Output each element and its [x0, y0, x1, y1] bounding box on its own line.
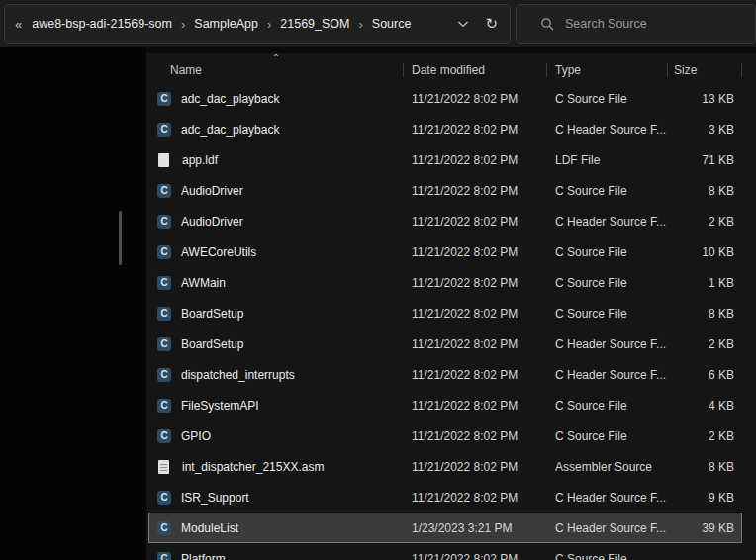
file-date-modified: 11/21/2022 8:02 PM: [404, 337, 547, 351]
file-type: C Header Source F...: [547, 337, 668, 351]
file-type: LDF File: [547, 153, 668, 167]
file-name: adc_dac_playback: [181, 92, 279, 106]
file-type: C Header Source F...: [547, 215, 668, 229]
c-source-file-icon: C: [157, 92, 171, 106]
assembler-file-icon: [158, 460, 169, 474]
c-header-file-icon: C: [157, 337, 171, 351]
breadcrumb-chevron-icon[interactable]: ›: [260, 17, 278, 32]
file-type: C Source File: [547, 245, 668, 259]
breadcrumb-item[interactable]: awe8-bsp-adi-21569-som: [30, 14, 174, 34]
file-type: C Source File: [547, 429, 668, 443]
breadcrumb-item[interactable]: 21569_SOM: [278, 14, 351, 34]
column-header-row: ⌃ Name Date modified Type Size: [148, 57, 742, 83]
file-row[interactable]: CGPIO11/21/2022 8:02 PMC Source File2 KB: [148, 420, 742, 451]
file-size: 9 KB: [668, 491, 742, 505]
file-name: AudioDriver: [181, 215, 243, 229]
file-name-cell: CGPIO: [148, 429, 404, 443]
file-size: 8 KB: [668, 307, 742, 321]
file-row[interactable]: app.ldf11/21/2022 8:02 PMLDF File71 KB: [148, 144, 742, 175]
file-row[interactable]: CAudioDriver11/21/2022 8:02 PMC Source F…: [148, 175, 742, 206]
file-row[interactable]: CBoardSetup11/21/2022 8:02 PMC Header So…: [148, 328, 742, 359]
file-size: 8 KB: [668, 460, 742, 474]
file-date-modified: 11/21/2022 8:02 PM: [404, 552, 547, 560]
address-dropdown-chevron-icon[interactable]: [457, 21, 469, 28]
file-date-modified: 11/21/2022 8:02 PM: [404, 429, 547, 443]
file-type: C Source File: [547, 276, 668, 290]
file-list: Cadc_dac_playback11/21/2022 8:02 PMC Sou…: [148, 83, 742, 560]
file-name-cell: CModuleList: [148, 521, 404, 535]
file-row[interactable]: int_dispatcher_215XX.asm11/21/2022 8:02 …: [148, 451, 742, 482]
file-name-cell: app.ldf: [148, 153, 404, 167]
file-type: C Source File: [547, 399, 668, 413]
breadcrumb-chevron-icon[interactable]: ›: [174, 17, 192, 32]
c-header-file-icon: C: [157, 368, 171, 382]
c-header-file-icon: C: [157, 215, 171, 229]
navigation-pane: [0, 47, 146, 560]
c-source-file-icon: C: [157, 276, 171, 290]
file-type: C Header Source F...: [547, 491, 668, 505]
file-date-modified: 1/23/2023 3:21 PM: [404, 521, 547, 535]
file-row[interactable]: CAWECoreUtils11/21/2022 8:02 PMC Source …: [148, 236, 742, 267]
breadcrumb-item[interactable]: Source: [370, 14, 414, 34]
search-input[interactable]: [563, 16, 721, 32]
file-date-modified: 11/21/2022 8:02 PM: [404, 307, 547, 321]
file-type: C Source File: [547, 92, 668, 106]
breadcrumb-collapse-icon[interactable]: «: [15, 17, 22, 32]
file-name: AudioDriver: [181, 184, 243, 198]
file-date-modified: 11/21/2022 8:02 PM: [404, 245, 547, 259]
file-name: GPIO: [181, 429, 211, 443]
file-type: C Header Source F...: [547, 368, 668, 382]
file-row[interactable]: CAudioDriver11/21/2022 8:02 PMC Header S…: [148, 206, 742, 236]
file-name-cell: CPlatform: [148, 552, 404, 560]
c-source-file-icon: C: [157, 429, 171, 443]
file-row[interactable]: CISR_Support11/21/2022 8:02 PMC Header S…: [148, 482, 742, 513]
toolbar: « awe8-bsp-adi-21569-som›SampleApp›21569…: [0, 0, 756, 47]
file-name-cell: CAWMain: [148, 276, 404, 290]
file-size: 4 KB: [668, 399, 742, 413]
sort-ascending-icon: ⌃: [272, 53, 280, 63]
file-row[interactable]: Cadc_dac_playback11/21/2022 8:02 PMC Hea…: [148, 114, 742, 144]
file-row[interactable]: Cadc_dac_playback11/21/2022 8:02 PMC Sou…: [148, 83, 742, 114]
breadcrumb-item[interactable]: SampleApp: [192, 14, 260, 34]
file-row[interactable]: CPlatform11/21/2022 8:02 PMC Source File: [148, 543, 742, 560]
column-header-size[interactable]: Size: [668, 57, 742, 83]
file-date-modified: 11/21/2022 8:02 PM: [404, 276, 547, 290]
file-row[interactable]: CAWMain11/21/2022 8:02 PMC Source File1 …: [148, 267, 742, 298]
file-size: 2 KB: [668, 337, 742, 351]
breadcrumb-chevron-icon[interactable]: ›: [351, 17, 369, 32]
file-size: 6 KB: [668, 368, 742, 382]
file-name: int_dispatcher_215XX.asm: [182, 460, 324, 474]
address-bar[interactable]: « awe8-bsp-adi-21569-som›SampleApp›21569…: [4, 4, 511, 44]
column-header-date-modified[interactable]: Date modified: [404, 57, 547, 83]
file-type: C Source File: [547, 552, 668, 560]
file-name-cell: Cadc_dac_playback: [148, 123, 404, 137]
ldf-file-icon: [158, 153, 169, 167]
file-name-cell: Cadc_dac_playback: [148, 92, 404, 106]
c-header-file-icon: C: [157, 521, 171, 535]
file-name-cell: Cdispatched_interrupts: [148, 368, 404, 382]
refresh-icon[interactable]: ↻: [485, 15, 498, 33]
column-header-name[interactable]: ⌃ Name: [148, 57, 404, 83]
file-name-cell: CFileSystemAPI: [148, 399, 404, 413]
file-date-modified: 11/21/2022 8:02 PM: [404, 399, 547, 413]
file-size: 2 KB: [668, 215, 742, 229]
file-name: Platform: [181, 552, 226, 560]
file-name: ModuleList: [181, 521, 238, 535]
nav-pane-scrollbar[interactable]: [119, 211, 122, 265]
search-box[interactable]: [516, 4, 756, 44]
file-row[interactable]: CBoardSetup11/21/2022 8:02 PMC Source Fi…: [148, 298, 742, 328]
file-date-modified: 11/21/2022 8:02 PM: [404, 184, 547, 198]
file-size: 3 KB: [668, 123, 742, 137]
file-row[interactable]: Cdispatched_interrupts11/21/2022 8:02 PM…: [148, 359, 742, 390]
file-name-cell: CBoardSetup: [148, 307, 404, 321]
file-name: dispatched_interrupts: [181, 368, 295, 382]
file-row[interactable]: CModuleList1/23/2023 3:21 PMC Header Sou…: [148, 513, 742, 543]
file-row[interactable]: CFileSystemAPI11/21/2022 8:02 PMC Source…: [148, 390, 742, 420]
file-name: app.ldf: [182, 153, 218, 167]
file-explorer-window: { "address_bar": { "breadcrumbs": ["awe8…: [0, 0, 756, 560]
column-header-type[interactable]: Type: [547, 57, 668, 83]
c-source-file-icon: C: [157, 184, 171, 198]
file-name-cell: CISR_Support: [148, 491, 404, 505]
file-list-pane: ⌃ Name Date modified Type Size Cadc_dac_…: [146, 53, 756, 560]
c-source-file-icon: C: [157, 552, 171, 560]
